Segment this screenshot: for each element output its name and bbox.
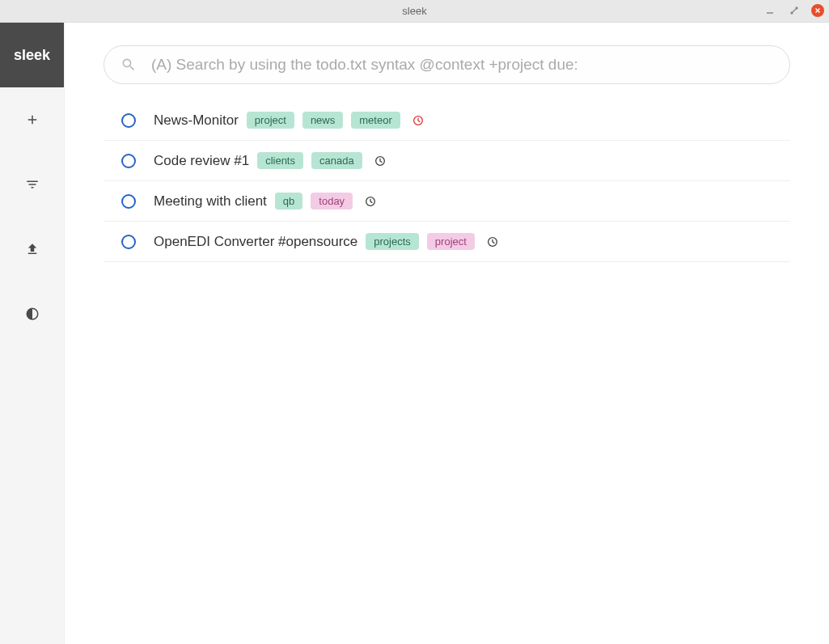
minimize-icon (765, 6, 775, 15)
clock-icon (364, 195, 377, 208)
context-tag[interactable]: projects (366, 233, 419, 250)
clock-icon (412, 114, 425, 127)
context-tag[interactable]: project (247, 112, 294, 129)
svg-line-3 (793, 9, 796, 12)
close-icon (814, 6, 822, 15)
context-tag[interactable]: news (302, 112, 343, 129)
todo-checkbox[interactable] (121, 194, 136, 209)
window-controls (763, 3, 824, 18)
titlebar: sleek (0, 0, 829, 23)
todo-item[interactable]: News-Monitorprojectnewsmeteor (104, 100, 790, 141)
theme-button[interactable] (0, 282, 64, 346)
plus-icon (25, 112, 40, 127)
clock-icon (486, 235, 499, 248)
context-tag[interactable]: meteor (351, 112, 400, 129)
todo-title: News-Monitor (154, 112, 239, 129)
upload-icon (25, 242, 40, 256)
svg-point-1 (791, 12, 793, 14)
todo-item[interactable]: Meeting with clientqbtoday (104, 181, 790, 222)
app-logo: sleek (0, 23, 64, 87)
todo-title: Meeting with client (154, 193, 267, 210)
upload-button[interactable] (0, 217, 64, 282)
todo-title: Code review #1 (154, 153, 249, 169)
contrast-icon (25, 307, 40, 321)
window-title: sleek (402, 5, 426, 17)
filter-button[interactable] (0, 152, 64, 217)
sidebar: sleek (0, 23, 65, 644)
add-button[interactable] (0, 87, 64, 152)
search-input[interactable] (151, 56, 773, 74)
todo-list: News-MonitorprojectnewsmeteorCode review… (104, 100, 790, 262)
project-tag[interactable]: project (427, 233, 475, 250)
todo-item[interactable]: OpenEDI Converter #opensourceprojectspro… (104, 222, 790, 262)
todo-item[interactable]: Code review #1clientscanada (104, 141, 790, 181)
context-tag[interactable]: qb (275, 193, 302, 210)
maximize-button[interactable] (787, 3, 802, 18)
svg-point-2 (796, 7, 797, 9)
project-tag[interactable]: today (311, 193, 353, 210)
filter-icon (25, 177, 40, 192)
todo-checkbox[interactable] (121, 235, 136, 249)
context-tag[interactable]: canada (311, 152, 362, 169)
todo-checkbox[interactable] (121, 113, 136, 128)
clock-icon (374, 155, 387, 167)
todo-title: OpenEDI Converter #opensource (154, 234, 357, 250)
todo-checkbox[interactable] (121, 154, 136, 168)
main-content: News-MonitorprojectnewsmeteorCode review… (65, 23, 829, 644)
search-icon (121, 57, 137, 73)
maximize-icon (789, 6, 799, 15)
minimize-button[interactable] (763, 3, 777, 18)
close-button[interactable] (811, 4, 824, 17)
context-tag[interactable]: clients (257, 152, 303, 169)
search-bar[interactable] (104, 45, 790, 84)
